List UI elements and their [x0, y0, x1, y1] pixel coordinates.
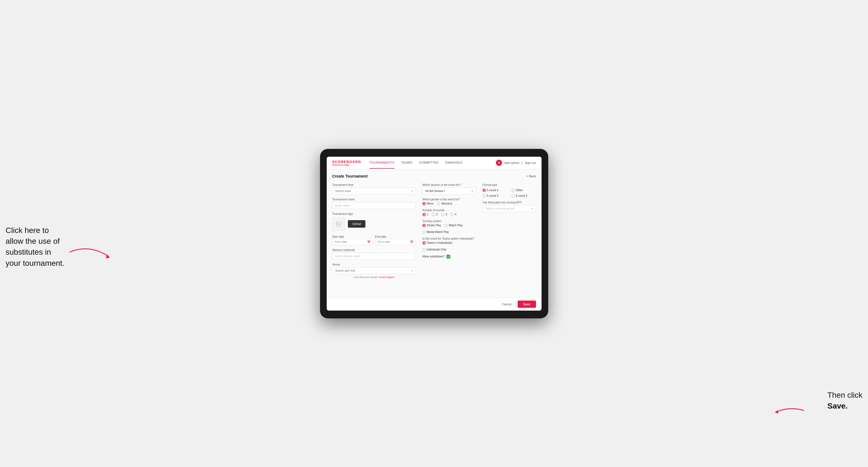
avatar: B	[496, 160, 502, 166]
gender-label: Which gender is the event for?	[423, 198, 476, 201]
event-teams-radio[interactable]	[423, 241, 426, 245]
nav-committee[interactable]: COMMITTEE	[419, 157, 439, 169]
tournament-host-group: Tournament Host ▾	[332, 183, 416, 194]
gender-womens[interactable]: Womens	[437, 202, 452, 206]
rounds-1[interactable]: 1	[423, 213, 429, 216]
format-5count4-radio[interactable]	[483, 189, 486, 192]
gender-group: Which gender is the event for? Mens Wome…	[423, 198, 476, 206]
rounds-group: Number of rounds 1 2	[423, 209, 476, 216]
scoring-stroke[interactable]: Stroke Play	[423, 224, 441, 227]
annotation-left-text: Click here to allow the use of substitut…	[6, 226, 65, 268]
format-6count4[interactable]: 6 count 4	[483, 194, 507, 197]
rounds-4[interactable]: 4	[450, 213, 456, 216]
rounds-1-radio[interactable]	[423, 213, 426, 216]
scoring-chevron-icon: ▾	[531, 207, 533, 210]
scoring-medal[interactable]: Medal Match Play	[423, 230, 449, 234]
start-date-field[interactable]	[335, 241, 366, 243]
division-select[interactable]: NCAA Division I ▾	[423, 188, 476, 194]
start-date-label: Start date	[332, 235, 344, 238]
annotation-right-bold: Save.	[827, 402, 848, 410]
form-col-2: Which division is the event for? NCAA Di…	[423, 183, 476, 279]
logo-upload-row: Upload	[332, 218, 416, 230]
format-label: Format type	[483, 183, 536, 186]
scoring-group: Scoring system Stroke Play Match Play	[423, 220, 476, 234]
format-6count5-radio[interactable]	[512, 194, 515, 197]
format-group: Format type 5 count 4 Other	[483, 183, 536, 197]
upload-button[interactable]: Upload	[348, 220, 366, 228]
email-support-link[interactable]: email support	[379, 276, 394, 279]
end-date-field[interactable]	[378, 241, 409, 243]
nav-rankings[interactable]: RANKINGS	[445, 157, 463, 169]
rounds-3-radio[interactable]	[441, 213, 444, 216]
calendar-end-icon: 📅	[410, 241, 413, 244]
arrow-right-icon	[773, 404, 807, 417]
tournament-name-label: Tournament name	[332, 198, 416, 201]
scoring-stroke-radio[interactable]	[423, 224, 426, 227]
navbar: SCOREBOARD Powered by clippd TOURNAMENTS…	[327, 157, 541, 169]
rounds-3[interactable]: 3	[441, 213, 447, 216]
format-6count4-radio[interactable]	[483, 194, 486, 197]
annotation-left: Click here to allow the use of substitut…	[6, 225, 67, 269]
nav-tournaments[interactable]: TOURNAMENTS	[369, 157, 394, 169]
venue-label: Venue	[332, 263, 416, 266]
start-date-input[interactable]: 📅	[332, 239, 373, 245]
division-chevron-icon: ▾	[471, 189, 473, 193]
format-6count5[interactable]: 6 count 5	[512, 194, 536, 197]
tournament-host-field[interactable]	[335, 189, 405, 193]
scoring-label: Scoring system	[423, 220, 476, 223]
format-5count4[interactable]: 5 count 4	[483, 189, 507, 192]
scoring-match-radio[interactable]	[444, 224, 448, 227]
nav-logo-sub: Powered by clippd	[332, 164, 361, 166]
venue-field[interactable]	[335, 269, 405, 272]
gender-womens-radio[interactable]	[437, 202, 440, 206]
form-col-3: Format type 5 count 4 Other	[483, 183, 536, 279]
rounds-2[interactable]: 2	[432, 213, 438, 216]
page-content: Create Tournament < Back Tournament Host…	[327, 169, 541, 298]
scoring-api-group: Use third-party live scoring API? Select…	[483, 201, 536, 212]
arrow-left-icon	[67, 241, 111, 263]
scoring-service-select[interactable]: Select a scoring service ▾	[483, 205, 536, 212]
event-type-teams[interactable]: Teams (+Individuals)	[423, 241, 453, 245]
scoring-radio-group: Stroke Play Match Play Medal Match Play	[423, 224, 476, 234]
tournament-host-input[interactable]: ▾	[332, 188, 416, 194]
allow-subs-checkbox[interactable]: ✓	[446, 255, 450, 258]
format-other[interactable]: Other	[512, 189, 536, 192]
rounds-4-radio[interactable]	[450, 213, 454, 216]
format-other-radio[interactable]	[512, 189, 515, 192]
svg-marker-3	[775, 410, 778, 413]
page-title: Create Tournament	[332, 174, 368, 178]
tournament-name-input[interactable]	[332, 202, 416, 209]
page-header: Create Tournament < Back	[332, 174, 536, 178]
back-button[interactable]: < Back	[527, 175, 536, 178]
save-button[interactable]: Save	[518, 301, 536, 308]
sign-out-link[interactable]: Sign out	[525, 161, 536, 164]
scoring-service-placeholder: Select a scoring service	[486, 207, 515, 210]
gender-mens[interactable]: Mens	[423, 202, 434, 206]
event-type-label: Is this event for Teams and/or Individua…	[423, 237, 476, 240]
sponsor-input[interactable]	[332, 253, 416, 260]
nav-teams[interactable]: TEAMS	[401, 157, 412, 169]
nav-logo: SCOREBOARD Powered by clippd	[332, 160, 361, 166]
cancel-button[interactable]: Cancel	[499, 301, 515, 308]
gender-radio-group: Mens Womens	[423, 202, 476, 206]
logo-plain: SCORE	[332, 160, 346, 164]
form-grid: Tournament Host ▾ Tournament name Tourna…	[332, 183, 536, 279]
scoring-match[interactable]: Match Play	[444, 224, 463, 227]
division-group: Which division is the event for? NCAA Di…	[423, 183, 476, 194]
rounds-label: Number of rounds	[423, 209, 476, 212]
gender-mens-radio[interactable]	[423, 202, 426, 206]
event-type-group: Is this event for Teams and/or Individua…	[423, 237, 476, 251]
event-individuals-radio[interactable]	[423, 248, 426, 251]
tournament-logo-group: Tournament logo Upload	[332, 212, 416, 230]
event-type-individuals[interactable]: Individuals Only	[423, 248, 447, 251]
event-type-radio-group: Teams (+Individuals) Individuals Only	[423, 241, 476, 251]
scoring-medal-radio[interactable]	[423, 230, 426, 234]
rounds-2-radio[interactable]	[432, 213, 435, 216]
venue-input[interactable]: ▾	[332, 267, 416, 274]
logo-accent: BOARD	[346, 160, 361, 164]
nav-separator: |	[522, 161, 522, 164]
nav-right: B blair admin | Sign out	[496, 160, 536, 166]
division-label: Which division is the event for?	[423, 183, 476, 186]
tablet-screen: SCOREBOARD Powered by clippd TOURNAMENTS…	[327, 157, 541, 311]
end-date-input[interactable]: 📅	[375, 239, 416, 245]
